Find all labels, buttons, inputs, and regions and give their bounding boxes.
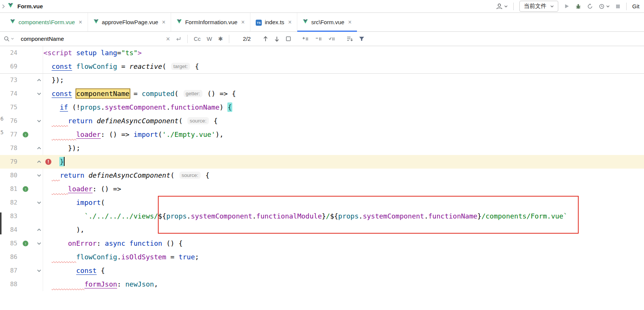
fold-end-icon[interactable] bbox=[37, 228, 42, 232]
tab[interactable]: src\Form.vue × bbox=[297, 13, 357, 31]
fold-collapse-icon[interactable] bbox=[37, 269, 42, 273]
fold-end-icon[interactable] bbox=[37, 160, 42, 164]
fold-collapse-icon[interactable] bbox=[37, 201, 42, 205]
editor[interactable]: 24<script setup lang="ts">69 const flowC… bbox=[0, 46, 644, 291]
run-with-coverage-button[interactable] bbox=[587, 3, 593, 9]
line-number: 73 bbox=[0, 73, 17, 87]
edge-artifact-number: 5 bbox=[0, 129, 3, 135]
search-field[interactable]: componentName × bbox=[4, 36, 181, 42]
find-bar: componentName × Cc W ✱ 2/2 bbox=[0, 32, 644, 46]
code-line[interactable]: 77↑ loader: () => import('./Empty.vue'), bbox=[0, 128, 644, 141]
run-button[interactable] bbox=[564, 3, 570, 9]
code-text: loader: () => import('./Empty.vue'), bbox=[43, 128, 224, 141]
gutter: 83 bbox=[0, 209, 43, 223]
clear-search-icon[interactable]: × bbox=[166, 36, 170, 42]
profiler-button[interactable] bbox=[599, 3, 610, 9]
code-line[interactable]: 87 const { bbox=[0, 264, 644, 277]
code-line[interactable]: 74 const componentName = computed( gette… bbox=[0, 87, 644, 101]
tab-close-icon[interactable]: × bbox=[288, 19, 292, 26]
regex-toggle[interactable]: ✱ bbox=[218, 36, 223, 42]
code-text: <script setup lang="ts"> bbox=[43, 46, 142, 60]
gutter-marker-icon[interactable]: ↑ bbox=[23, 186, 28, 192]
toggle-occurrence-button[interactable] bbox=[328, 36, 335, 42]
line-number: 80 bbox=[0, 169, 17, 182]
parameter-hint: source: bbox=[179, 172, 201, 179]
debug-button[interactable] bbox=[575, 3, 581, 9]
line-number: 24 bbox=[0, 46, 17, 60]
add-occurrence-button[interactable] bbox=[302, 36, 309, 42]
parameter-hint: getter: bbox=[184, 90, 202, 97]
stop-button[interactable] bbox=[615, 4, 621, 9]
tab[interactable]: approveFlowPage.vue × bbox=[88, 13, 171, 31]
occurrence-tools bbox=[302, 36, 335, 42]
code-line[interactable]: 24<script setup lang="ts"> bbox=[0, 46, 644, 60]
title-bar: Form.vue 当前文件 bbox=[0, 0, 644, 13]
vue-file-icon bbox=[303, 19, 308, 25]
code-line[interactable]: 81↑ loader: () => bbox=[0, 182, 644, 196]
fold-collapse-icon[interactable] bbox=[37, 119, 42, 123]
code-line[interactable]: 69 const flowConfig = reactive( target: … bbox=[0, 60, 644, 73]
search-input[interactable]: componentName bbox=[21, 36, 161, 42]
tab-close-icon[interactable]: × bbox=[162, 19, 165, 26]
filter-button[interactable] bbox=[359, 36, 364, 42]
code-line[interactable]: 85↑ onError: async function () { bbox=[0, 237, 644, 250]
gutter: 24 bbox=[0, 46, 43, 60]
breadcrumb-chevron-icon bbox=[2, 4, 5, 9]
code-line[interactable]: 73 }); bbox=[0, 73, 644, 87]
code-line[interactable]: 86 flowConfig.isOldSystem = true; bbox=[0, 250, 644, 264]
tab-label: FormInformation.vue bbox=[185, 19, 237, 25]
search-mode-button[interactable] bbox=[4, 36, 14, 42]
code-line[interactable]: 84 ), bbox=[0, 223, 644, 237]
code-text: }); bbox=[43, 141, 80, 155]
open-results-button[interactable] bbox=[346, 36, 353, 42]
tab[interactable]: FormInformation.vue × bbox=[171, 13, 250, 31]
newline-icon[interactable] bbox=[175, 36, 181, 42]
line-number: 75 bbox=[0, 101, 17, 114]
code-text: return defineAsyncComponent( source: { bbox=[43, 169, 210, 182]
selection-square-icon bbox=[286, 36, 291, 42]
in-selection-toggle[interactable] bbox=[286, 36, 291, 42]
error-icon[interactable]: ! bbox=[45, 159, 51, 165]
tab[interactable]: components\Form.vue × bbox=[5, 13, 88, 31]
line-number: 82 bbox=[0, 196, 17, 209]
gutter-marker-icon[interactable]: ↑ bbox=[23, 132, 28, 138]
tab-close-icon[interactable]: × bbox=[79, 19, 82, 26]
find-bar-divider bbox=[229, 35, 229, 43]
code-line[interactable]: 88 formJson: newJson, bbox=[0, 277, 644, 291]
tab-close-icon[interactable]: × bbox=[241, 19, 245, 26]
whole-words-toggle[interactable]: W bbox=[207, 36, 212, 42]
git-menu-button[interactable]: Git bbox=[632, 3, 639, 9]
code-line[interactable]: 82 import( bbox=[0, 196, 644, 209]
code-line[interactable]: 83 `./../../../views/${props.systemCompo… bbox=[0, 209, 644, 223]
next-match-button[interactable] bbox=[274, 36, 280, 42]
user-icon bbox=[496, 3, 503, 10]
fold-collapse-icon[interactable] bbox=[37, 242, 42, 245]
code-line[interactable]: 75 if (!props.systemComponent.functionNa… bbox=[0, 101, 644, 114]
tab-bar: components\Form.vue × approveFlowPage.vu… bbox=[0, 13, 644, 32]
line-number: 79 bbox=[0, 155, 17, 169]
tab[interactable]: TS index.ts × bbox=[250, 13, 297, 31]
match-case-toggle[interactable]: Cc bbox=[194, 36, 201, 42]
exclude-occurrence-button[interactable] bbox=[315, 36, 322, 42]
code-text: if (!props.systemComponent.functionName)… bbox=[43, 101, 232, 114]
user-account-button[interactable] bbox=[496, 3, 508, 10]
code-line[interactable]: 80 return defineAsyncComponent( source: … bbox=[0, 169, 644, 182]
code-line[interactable]: 78 }); bbox=[0, 141, 644, 155]
coverage-icon bbox=[587, 3, 593, 9]
code-text: import( bbox=[43, 196, 105, 209]
fold-end-icon[interactable] bbox=[37, 79, 42, 82]
fold-collapse-icon[interactable] bbox=[37, 174, 42, 177]
run-config-selector[interactable]: 当前文件 bbox=[519, 1, 558, 12]
previous-match-button[interactable] bbox=[263, 36, 268, 42]
gutter-marker-icon[interactable]: ↑ bbox=[23, 241, 28, 246]
tab-label: approveFlowPage.vue bbox=[102, 19, 158, 25]
toolbar-divider bbox=[626, 3, 627, 10]
fold-end-icon[interactable] bbox=[37, 147, 42, 150]
typescript-file-icon: TS bbox=[256, 19, 262, 26]
tab-close-icon[interactable]: × bbox=[348, 19, 351, 26]
play-icon bbox=[564, 3, 570, 9]
code-line[interactable]: 79! } bbox=[0, 155, 644, 169]
fold-collapse-icon[interactable] bbox=[37, 92, 42, 96]
code-line[interactable]: 76 return defineAsyncComponent( source: … bbox=[0, 114, 644, 128]
tab-label: index.ts bbox=[265, 19, 284, 25]
